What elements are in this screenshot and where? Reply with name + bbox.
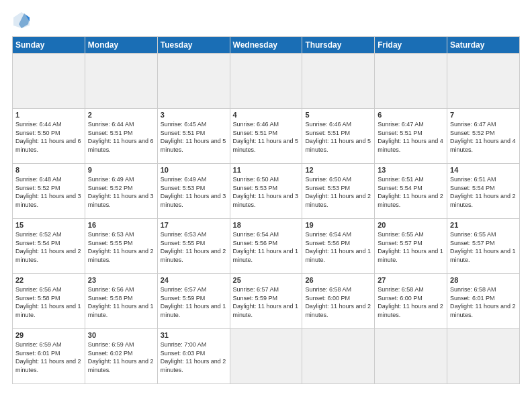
calendar-cell: 20 Sunrise: 6:55 AM Sunset: 5:57 PM Dayl… xyxy=(375,219,447,274)
day-info: Sunrise: 6:48 AM Sunset: 5:52 PM Dayligh… xyxy=(15,175,82,209)
calendar-cell: 3 Sunrise: 6:45 AM Sunset: 5:51 PM Dayli… xyxy=(157,109,230,164)
day-info: Sunrise: 6:47 AM Sunset: 5:52 PM Dayligh… xyxy=(450,120,517,154)
calendar-cell: 10 Sunrise: 6:49 AM Sunset: 5:53 PM Dayl… xyxy=(157,164,230,219)
day-number: 7 xyxy=(450,111,517,119)
calendar-cell: 26 Sunrise: 6:58 AM Sunset: 6:00 PM Dayl… xyxy=(302,274,375,329)
calendar-cell xyxy=(447,329,520,384)
calendar-cell: 9 Sunrise: 6:49 AM Sunset: 5:52 PM Dayli… xyxy=(85,164,157,219)
day-number: 5 xyxy=(305,111,371,119)
calendar-cell xyxy=(302,329,375,384)
day-number: 15 xyxy=(15,221,82,229)
calendar-cell: 25 Sunrise: 6:57 AM Sunset: 5:59 PM Dayl… xyxy=(230,274,302,329)
col-header-friday: Friday xyxy=(375,37,447,54)
day-info: Sunrise: 6:54 AM Sunset: 5:56 PM Dayligh… xyxy=(305,230,371,264)
calendar-cell xyxy=(157,54,230,109)
calendar-cell: 30 Sunrise: 6:59 AM Sunset: 6:02 PM Dayl… xyxy=(85,329,157,384)
calendar-week-4: 22 Sunrise: 6:56 AM Sunset: 5:58 PM Dayl… xyxy=(13,274,520,329)
day-number: 21 xyxy=(450,221,517,229)
day-info: Sunrise: 6:52 AM Sunset: 5:54 PM Dayligh… xyxy=(15,230,82,264)
day-info: Sunrise: 6:44 AM Sunset: 5:51 PM Dayligh… xyxy=(88,120,154,154)
calendar-cell: 24 Sunrise: 6:57 AM Sunset: 5:59 PM Dayl… xyxy=(157,274,230,329)
day-number: 30 xyxy=(88,331,154,339)
day-info: Sunrise: 6:47 AM Sunset: 5:51 PM Dayligh… xyxy=(378,120,444,154)
calendar-cell: 22 Sunrise: 6:56 AM Sunset: 5:58 PM Dayl… xyxy=(13,274,85,329)
day-number: 25 xyxy=(233,276,300,284)
calendar-cell xyxy=(85,54,157,109)
day-info: Sunrise: 7:00 AM Sunset: 6:03 PM Dayligh… xyxy=(161,340,227,374)
calendar-cell: 1 Sunrise: 6:44 AM Sunset: 5:50 PM Dayli… xyxy=(13,109,85,164)
calendar-cell: 11 Sunrise: 6:50 AM Sunset: 5:53 PM Dayl… xyxy=(230,164,302,219)
day-info: Sunrise: 6:46 AM Sunset: 5:51 PM Dayligh… xyxy=(233,120,300,154)
calendar-week-5: 29 Sunrise: 6:59 AM Sunset: 6:01 PM Dayl… xyxy=(13,329,520,384)
col-header-tuesday: Tuesday xyxy=(157,37,230,54)
day-number: 1 xyxy=(15,111,82,119)
day-info: Sunrise: 6:57 AM Sunset: 5:59 PM Dayligh… xyxy=(161,285,227,319)
col-header-saturday: Saturday xyxy=(447,37,520,54)
header xyxy=(12,11,520,30)
day-number: 31 xyxy=(161,331,227,339)
day-number: 4 xyxy=(233,111,300,119)
day-number: 17 xyxy=(161,221,227,229)
calendar-cell: 23 Sunrise: 6:56 AM Sunset: 5:58 PM Dayl… xyxy=(85,274,157,329)
day-number: 14 xyxy=(450,166,517,174)
day-number: 10 xyxy=(161,166,227,174)
calendar-cell: 15 Sunrise: 6:52 AM Sunset: 5:54 PM Dayl… xyxy=(13,219,85,274)
day-number: 22 xyxy=(15,276,82,284)
calendar-week-3: 15 Sunrise: 6:52 AM Sunset: 5:54 PM Dayl… xyxy=(13,219,520,274)
day-number: 28 xyxy=(450,276,517,284)
calendar-cell xyxy=(375,54,447,109)
calendar-header-row: SundayMondayTuesdayWednesdayThursdayFrid… xyxy=(13,37,520,54)
day-info: Sunrise: 6:51 AM Sunset: 5:54 PM Dayligh… xyxy=(450,175,517,209)
day-info: Sunrise: 6:56 AM Sunset: 5:58 PM Dayligh… xyxy=(15,285,82,319)
calendar-cell: 8 Sunrise: 6:48 AM Sunset: 5:52 PM Dayli… xyxy=(13,164,85,219)
day-info: Sunrise: 6:59 AM Sunset: 6:02 PM Dayligh… xyxy=(88,340,154,374)
calendar-cell: 17 Sunrise: 6:53 AM Sunset: 5:55 PM Dayl… xyxy=(157,219,230,274)
day-number: 11 xyxy=(233,166,300,174)
calendar-week-1: 1 Sunrise: 6:44 AM Sunset: 5:50 PM Dayli… xyxy=(13,109,520,164)
calendar-cell xyxy=(447,54,520,109)
day-number: 13 xyxy=(378,166,444,174)
calendar-cell xyxy=(230,54,302,109)
calendar-cell xyxy=(302,54,375,109)
col-header-sunday: Sunday xyxy=(13,37,85,54)
day-info: Sunrise: 6:49 AM Sunset: 5:53 PM Dayligh… xyxy=(161,175,227,209)
day-number: 20 xyxy=(378,221,444,229)
logo-icon xyxy=(12,11,31,30)
day-info: Sunrise: 6:58 AM Sunset: 6:00 PM Dayligh… xyxy=(378,285,444,319)
day-info: Sunrise: 6:46 AM Sunset: 5:51 PM Dayligh… xyxy=(305,120,371,154)
day-info: Sunrise: 6:44 AM Sunset: 5:50 PM Dayligh… xyxy=(15,120,82,154)
calendar-cell xyxy=(13,54,85,109)
day-number: 9 xyxy=(88,166,154,174)
day-info: Sunrise: 6:58 AM Sunset: 6:00 PM Dayligh… xyxy=(305,285,371,319)
day-info: Sunrise: 6:50 AM Sunset: 5:53 PM Dayligh… xyxy=(305,175,371,209)
day-number: 27 xyxy=(378,276,444,284)
day-info: Sunrise: 6:50 AM Sunset: 5:53 PM Dayligh… xyxy=(233,175,300,209)
day-number: 2 xyxy=(88,111,154,119)
day-info: Sunrise: 6:45 AM Sunset: 5:51 PM Dayligh… xyxy=(161,120,227,154)
day-number: 23 xyxy=(88,276,154,284)
page: SundayMondayTuesdayWednesdayThursdayFrid… xyxy=(0,0,532,411)
calendar-cell: 16 Sunrise: 6:53 AM Sunset: 5:55 PM Dayl… xyxy=(85,219,157,274)
day-number: 3 xyxy=(161,111,227,119)
day-info: Sunrise: 6:55 AM Sunset: 5:57 PM Dayligh… xyxy=(378,230,444,264)
calendar-cell: 19 Sunrise: 6:54 AM Sunset: 5:56 PM Dayl… xyxy=(302,219,375,274)
day-number: 24 xyxy=(161,276,227,284)
day-info: Sunrise: 6:53 AM Sunset: 5:55 PM Dayligh… xyxy=(161,230,227,264)
calendar-cell: 7 Sunrise: 6:47 AM Sunset: 5:52 PM Dayli… xyxy=(447,109,520,164)
calendar-week-2: 8 Sunrise: 6:48 AM Sunset: 5:52 PM Dayli… xyxy=(13,164,520,219)
calendar-cell: 28 Sunrise: 6:58 AM Sunset: 6:01 PM Dayl… xyxy=(447,274,520,329)
day-number: 29 xyxy=(15,331,82,339)
day-info: Sunrise: 6:58 AM Sunset: 6:01 PM Dayligh… xyxy=(450,285,517,319)
calendar-cell: 29 Sunrise: 6:59 AM Sunset: 6:01 PM Dayl… xyxy=(13,329,85,384)
day-info: Sunrise: 6:51 AM Sunset: 5:54 PM Dayligh… xyxy=(378,175,444,209)
calendar-table: SundayMondayTuesdayWednesdayThursdayFrid… xyxy=(12,36,520,384)
calendar-cell: 5 Sunrise: 6:46 AM Sunset: 5:51 PM Dayli… xyxy=(302,109,375,164)
calendar-cell: 21 Sunrise: 6:55 AM Sunset: 5:57 PM Dayl… xyxy=(447,219,520,274)
day-number: 19 xyxy=(305,221,371,229)
calendar-cell: 31 Sunrise: 7:00 AM Sunset: 6:03 PM Dayl… xyxy=(157,329,230,384)
day-number: 18 xyxy=(233,221,300,229)
day-number: 6 xyxy=(378,111,444,119)
calendar-week-0 xyxy=(13,54,520,109)
logo xyxy=(12,11,34,30)
day-info: Sunrise: 6:54 AM Sunset: 5:56 PM Dayligh… xyxy=(233,230,300,264)
